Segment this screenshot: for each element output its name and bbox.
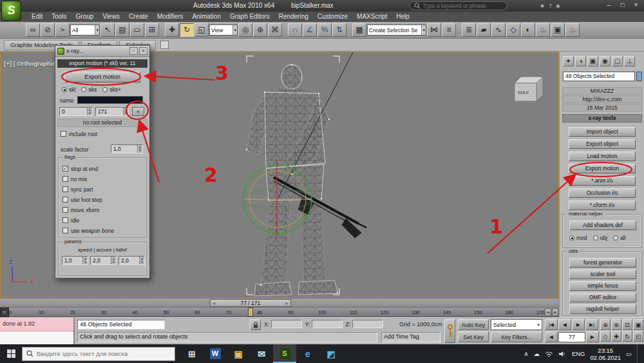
task-view-icon[interactable]: ⊞ [180,344,204,363]
schematic-view-icon[interactable]: ◇ [506,23,520,37]
edit-named-selections-icon[interactable]: ▦ [352,23,366,37]
listener-line[interactable] [0,331,73,345]
xray-button-anm-i-o[interactable]: *.anm i/o [569,176,636,186]
next-frame-button[interactable]: ▶ [586,331,599,342]
named-selection-dropdown[interactable]: Create Selection Se▾ [367,25,426,35]
taskbar-search[interactable] [22,347,175,361]
xray-button-export-motion[interactable]: Export motion [569,164,636,173]
key-filters-button[interactable]: Key Filters... [491,331,542,342]
menu-create[interactable]: Create [124,12,153,22]
infocenter-star-icon[interactable]: ★ [540,3,545,9]
snaps-toggle-icon[interactable]: ∩ [288,23,302,37]
select-and-manipulate-icon[interactable]: ⊕ [253,23,267,37]
align-icon[interactable]: ≡ [442,23,456,37]
action-center-icon[interactable]: ▭ [626,350,632,357]
select-by-name-icon[interactable]: ▤ [115,23,129,37]
param-spinner-1[interactable]: 2,0▴▾ [90,256,117,265]
panel-tab-motion-icon[interactable]: ◉ [600,56,611,66]
scene-helper-box[interactable]: MAX [515,77,543,101]
infocenter-search[interactable] [410,1,507,10]
track-bar[interactable]: ≈ ◂ ▸ 0102030405060708090100110120130140… [0,308,559,317]
menu-edit[interactable]: Edit [27,12,47,22]
dialog-title-bar[interactable]: x-ray... ▫× [55,46,149,57]
previous-frame-button[interactable]: ◀ [545,331,558,342]
flag-move-xform[interactable]: move xform [62,205,114,215]
menu-group[interactable]: Group [71,12,99,22]
select-and-link-icon[interactable]: ∞ [26,23,40,37]
object-color-swatch[interactable] [636,72,642,81]
rendered-frame-icon[interactable]: ▣ [551,23,565,37]
xray-button-export-object[interactable]: Export object [569,139,636,149]
3dsmax-icon[interactable]: S [273,344,296,363]
set-key-toggle-button[interactable] [444,319,455,343]
graphite-toggle-icon[interactable]: ▰ [477,23,491,37]
selection-lock-toggle[interactable] [250,319,261,330]
utils-button-forest-generator[interactable]: forest generator [569,258,636,268]
start-button[interactable] [0,344,22,363]
select-and-rotate-icon[interactable]: ↻ [180,23,194,37]
edge-icon[interactable]: e [296,344,319,363]
play-button[interactable]: ▶ [572,319,585,330]
select-object-icon[interactable]: ↖ [100,23,115,37]
percent-snap-icon[interactable]: % [317,23,332,37]
unlink-selection-icon[interactable]: ⊘ [41,23,55,37]
menu-graph-editors[interactable]: Graph Editors [225,12,274,22]
xray-tools-rollout-header[interactable]: x-ray tools [562,114,642,123]
wifi-icon[interactable] [545,351,553,357]
panel-tab-hierarchy-icon[interactable]: ▣ [587,56,598,66]
key-selection-dropdown[interactable]: Selected ▾ [491,319,542,330]
frame-number-field[interactable]: 77 [558,332,585,342]
orbit-icon[interactable]: ↻ [622,331,632,342]
utils-button-omf-editor[interactable]: OMF editor [569,293,636,302]
panel-tab-create-icon[interactable]: ✦ [563,56,574,66]
select-and-scale-icon[interactable]: ◱ [194,23,209,37]
material-radio-med[interactable]: med [569,235,587,241]
auto-key-button[interactable]: Auto Key [458,319,489,330]
trackbar-scroll-right-button[interactable]: ▸ [552,308,558,317]
spinner-snap-icon[interactable]: ⇅ [332,23,346,37]
zoom-icon[interactable]: ⊕ [600,319,611,330]
spinner-arrows-icon[interactable]: ▴▾ [87,108,92,115]
spinner-arrows-icon[interactable]: ▴▾ [111,257,116,264]
layer-manager-icon[interactable]: ≣ [462,23,476,37]
flag-sync-part[interactable]: sync part [62,184,114,194]
time-slider-handle[interactable]: < 77 / 171 > [210,299,291,307]
communication-center-icon[interactable]: ◈ [556,3,560,9]
menu-rendering[interactable]: Rendering [274,12,313,22]
angle-snap-icon[interactable]: ∠ [303,23,317,37]
trackbar-current-frame-marker[interactable] [248,308,253,317]
maximize-viewport-icon[interactable]: ◰ [633,331,643,342]
time-slider-prev-arrow[interactable]: < [213,300,216,306]
dialog-close-button[interactable]: × [139,47,147,55]
utils-button-simple-fence[interactable]: simple fence [569,281,636,291]
flag-idle[interactable]: idle [62,215,114,225]
dialog-minimize-button[interactable]: ▫ [129,47,138,55]
infocenter-search-input[interactable] [423,3,500,9]
menu-tools[interactable]: Tools [47,12,71,22]
onedrive-cloud-icon[interactable]: ☁ [533,350,540,357]
mail-icon[interactable]: ✉ [250,344,273,363]
photos-icon[interactable]: ◩ [319,344,343,363]
zoom-region-icon[interactable]: ▣ [633,319,643,330]
panel-tab-display-icon[interactable]: ▢ [612,56,623,66]
include-root-checkbox[interactable]: include root [61,129,97,139]
show-desktop-button[interactable] [637,344,640,363]
minimize-button[interactable]: – [602,0,616,11]
material-editor-icon[interactable]: ◐ [521,23,535,37]
xray-button-cform-i-o[interactable]: *.cform i/o [569,201,636,210]
use-pivot-center-icon[interactable]: ◎ [238,23,252,37]
material-radio-all[interactable]: all [613,235,626,241]
select-and-move-icon[interactable]: ✚ [165,23,179,37]
time-slider-track[interactable]: < 77 / 171 > [0,298,559,308]
word-icon[interactable]: W [204,344,227,363]
language-indicator[interactable]: ENG [572,350,585,357]
fov-icon[interactable]: ◇ [600,331,611,342]
curve-editor-icon[interactable]: ∿ [491,23,506,37]
format-radio-sks[interactable]: sks [81,86,97,93]
hidden-icons-chevron[interactable]: ∧ [524,350,528,357]
zoom-extents-icon[interactable]: ⊡ [622,319,632,330]
range-start-spinner[interactable]: 0 ▴▾ [59,107,93,116]
go-to-start-button[interactable]: |◀ [545,319,558,330]
xray-button-import-object[interactable]: Import object [569,127,636,137]
utils-button-ragdoll-helper[interactable]: ragdoll helper [569,304,636,314]
